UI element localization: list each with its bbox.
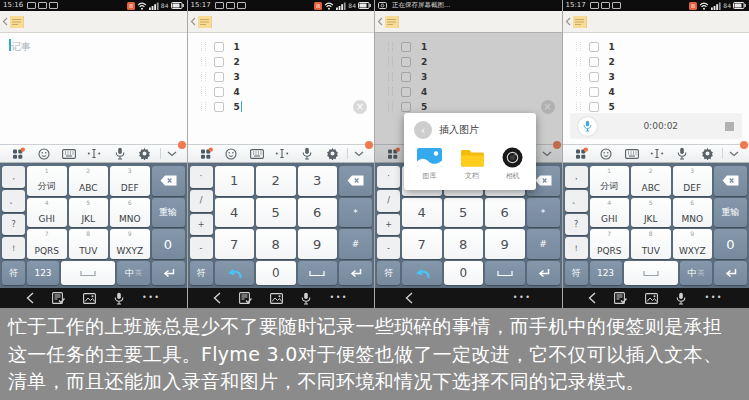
enter-key[interactable]: [152, 261, 185, 285]
punct-key-1[interactable]: ，: [565, 166, 588, 188]
drag-handle-icon[interactable]: [576, 102, 581, 111]
drag-handle-icon[interactable]: [201, 87, 206, 96]
drag-handle-icon[interactable]: [576, 57, 581, 66]
symbols-key[interactable]: 符: [377, 261, 400, 285]
key-GHI[interactable]: 4GHI: [27, 198, 67, 228]
keyboard-icon[interactable]: [244, 149, 269, 159]
punct-key-2[interactable]: /: [377, 190, 400, 212]
emoji-icon[interactable]: [219, 148, 244, 160]
drag-handle-icon[interactable]: [201, 42, 206, 51]
back-icon[interactable]: [26, 292, 34, 304]
checkbox[interactable]: [214, 42, 224, 52]
ime-logo-icon[interactable]: [6, 147, 31, 160]
space-key[interactable]: [624, 261, 678, 285]
mic-icon[interactable]: [295, 147, 320, 160]
back-icon[interactable]: [213, 292, 221, 304]
drag-handle-icon[interactable]: [576, 72, 581, 81]
collapse-keyboard-icon[interactable]: [725, 151, 743, 157]
more-options-icon[interactable]: •••: [513, 294, 532, 302]
back-icon[interactable]: [588, 292, 596, 304]
hash-key[interactable]: #: [527, 229, 560, 259]
asterisk-key[interactable]: *: [339, 198, 372, 228]
punct-key-4[interactable]: -: [377, 237, 400, 259]
undo-key[interactable]: [215, 261, 255, 285]
record-audio-icon[interactable]: [114, 292, 124, 305]
key-3[interactable]: 3: [298, 166, 338, 196]
punct-key-3[interactable]: +: [190, 214, 213, 236]
back-chevron-icon[interactable]: [2, 17, 8, 26]
settings-gear-icon[interactable]: [695, 147, 720, 160]
key-PQRS[interactable]: 7PQRS: [27, 229, 67, 259]
key-TUV[interactable]: 8TUV: [631, 229, 671, 259]
keyboard-icon[interactable]: [619, 149, 644, 159]
punct-key-4[interactable]: -: [190, 237, 213, 259]
more-options-icon[interactable]: •••: [329, 294, 348, 302]
checkbox[interactable]: [214, 72, 224, 82]
punct-key-1[interactable]: ·: [377, 166, 400, 188]
numeric-toggle-key[interactable]: 123: [27, 261, 59, 285]
key-2[interactable]: 2: [256, 166, 296, 196]
enter-key[interactable]: [714, 261, 747, 285]
note-edit-area[interactable]: 12345×: [188, 33, 375, 144]
key-8[interactable]: 8: [256, 229, 296, 259]
key-6[interactable]: 6: [485, 198, 525, 228]
backspace-key[interactable]: [714, 166, 747, 196]
key-MNO[interactable]: 6MNO: [110, 198, 150, 228]
punct-key-4[interactable]: ！: [565, 237, 588, 259]
retype-key[interactable]: 重输: [714, 198, 747, 228]
symbols-key[interactable]: 符: [565, 261, 588, 285]
checkbox[interactable]: [589, 57, 599, 67]
key-分词[interactable]: 1分词: [27, 166, 67, 196]
key-ABC[interactable]: 2ABC: [631, 166, 671, 196]
symbols-key[interactable]: 符: [190, 261, 213, 285]
insert-image-icon[interactable]: [270, 293, 283, 304]
checkbox[interactable]: [214, 87, 224, 97]
text-select-icon[interactable]: [644, 148, 669, 159]
key-WXYZ[interactable]: 9WXYZ: [673, 229, 713, 259]
key-4[interactable]: 4: [215, 198, 255, 228]
drag-handle-icon[interactable]: [576, 42, 581, 51]
backspace-key[interactable]: [339, 166, 372, 196]
checklist-note-icon[interactable]: [239, 292, 252, 304]
key-5[interactable]: 5: [256, 198, 296, 228]
checkbox[interactable]: [214, 102, 224, 112]
collapse-keyboard-icon[interactable]: [350, 151, 368, 157]
popup-back-icon[interactable]: ‹: [414, 121, 432, 139]
key-分词[interactable]: 1分词: [590, 166, 630, 196]
punct-key-3[interactable]: +: [377, 214, 400, 236]
space-key[interactable]: [61, 261, 115, 285]
punct-key-3[interactable]: ?: [2, 214, 25, 236]
key-JKL[interactable]: 5JKL: [69, 198, 109, 228]
more-options-icon[interactable]: •••: [142, 294, 161, 302]
key-7[interactable]: 7: [402, 229, 442, 259]
checklist-note-icon[interactable]: [52, 292, 65, 304]
checklist-note-icon[interactable]: [614, 292, 627, 304]
key-9[interactable]: 9: [485, 229, 525, 259]
collapse-keyboard-icon[interactable]: [163, 151, 181, 157]
punct-key-1[interactable]: ·: [190, 166, 213, 188]
zero-key[interactable]: 0: [714, 229, 747, 259]
note-edit-area[interactable]: 记事: [0, 33, 187, 144]
emoji-icon[interactable]: [594, 148, 619, 160]
ime-logo-icon[interactable]: [194, 147, 219, 160]
settings-gear-icon[interactable]: [132, 147, 157, 160]
back-chevron-icon[interactable]: [377, 17, 383, 26]
key-ABC[interactable]: 2ABC: [69, 166, 109, 196]
drag-handle-icon[interactable]: [201, 72, 206, 81]
lang-toggle-key[interactable]: 中英: [680, 261, 712, 285]
punct-key-2[interactable]: 。: [565, 190, 588, 212]
emoji-icon[interactable]: [31, 148, 56, 160]
key-1[interactable]: 1: [215, 166, 255, 196]
punct-key-2[interactable]: /: [190, 190, 213, 212]
punct-key-1[interactable]: ，: [2, 166, 25, 188]
lang-toggle-key[interactable]: 中英: [117, 261, 149, 285]
clear-row-button[interactable]: ×: [353, 100, 367, 114]
hash-key[interactable]: #: [339, 229, 372, 259]
mic-icon[interactable]: [670, 147, 695, 160]
record-audio-icon[interactable]: [301, 292, 311, 305]
space-key[interactable]: [485, 261, 525, 285]
symbols-key[interactable]: 符: [2, 261, 25, 285]
settings-gear-icon[interactable]: [320, 147, 345, 160]
key-6[interactable]: 6: [298, 198, 338, 228]
punct-key-4[interactable]: ！: [2, 237, 25, 259]
